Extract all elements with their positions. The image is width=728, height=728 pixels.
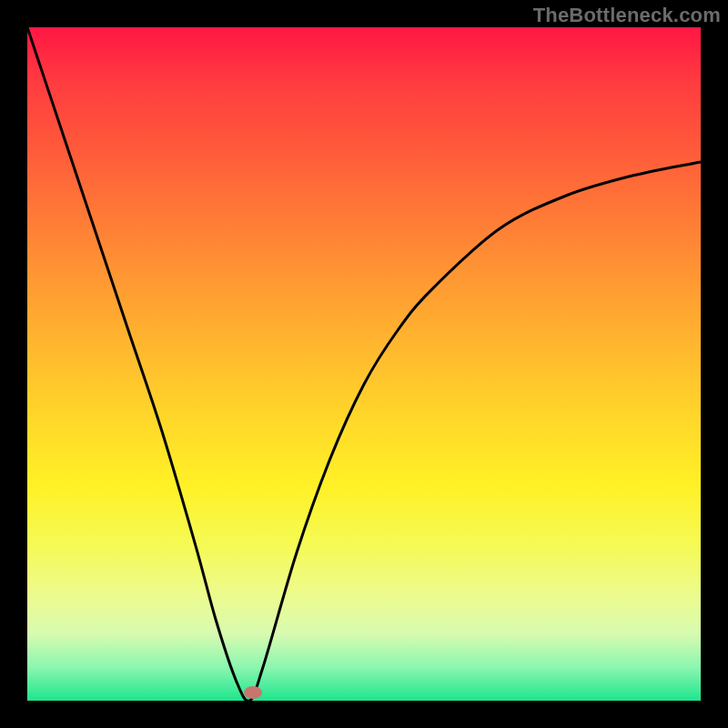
- watermark-text: TheBottleneck.com: [533, 4, 721, 27]
- chart-frame: TheBottleneck.com: [0, 0, 728, 728]
- minimum-marker: [244, 686, 262, 699]
- plot-area: [27, 27, 701, 701]
- bottleneck-curve: [27, 27, 701, 701]
- curve-path: [27, 27, 701, 701]
